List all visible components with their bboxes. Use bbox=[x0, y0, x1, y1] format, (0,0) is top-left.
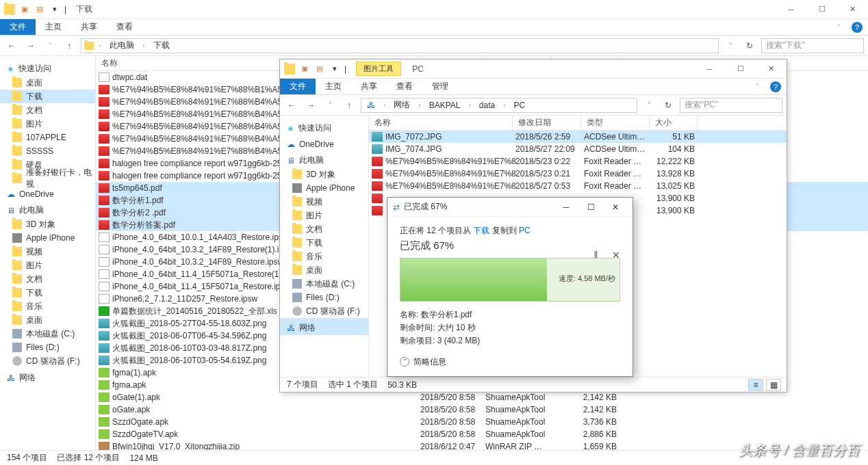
search-input[interactable]: 搜索"PC" bbox=[680, 98, 782, 113]
addr-dropdown[interactable]: ˅ bbox=[641, 98, 656, 113]
close-button[interactable]: ✕ bbox=[837, 0, 868, 19]
qat-properties-icon[interactable]: ▣ bbox=[299, 64, 310, 75]
nav-desktop2[interactable]: 桌面 bbox=[0, 313, 95, 327]
nav-files[interactable]: Files (D:) bbox=[0, 341, 95, 354]
nav-sssss[interactable]: SSSSS bbox=[0, 144, 95, 158]
crumb-pc[interactable]: 此电脑 bbox=[107, 40, 137, 51]
nav-3d[interactable]: 3D 对象 bbox=[280, 168, 368, 181]
close-button[interactable]: ✕ bbox=[756, 59, 787, 79]
ribbon-tab-view[interactable]: 查看 bbox=[107, 19, 142, 35]
nav-pictures[interactable]: 图片 bbox=[0, 117, 95, 131]
ribbon-tab-share[interactable]: 共享 bbox=[351, 79, 387, 94]
nav-up-button[interactable]: ↑ bbox=[342, 98, 357, 113]
nav-music[interactable]: 音乐 bbox=[0, 300, 95, 313]
file-row[interactable]: SzzdOgateTV.apk2018/5/20 8:58ShuameApkTo… bbox=[96, 428, 868, 440]
fewer-details-toggle[interactable]: ˄ 简略信息 bbox=[400, 356, 620, 368]
search-input[interactable]: 搜索"下载" bbox=[761, 38, 864, 53]
maximize-button[interactable]: ☐ bbox=[806, 0, 837, 19]
nav-downloads[interactable]: 下载 bbox=[280, 236, 368, 250]
copy-dest-link[interactable]: PC bbox=[519, 226, 531, 235]
ribbon-tab-view[interactable]: 查看 bbox=[387, 79, 422, 94]
crumb-downloads[interactable]: 下载 bbox=[151, 40, 173, 51]
nav-3d[interactable]: 3D 对象 bbox=[0, 217, 95, 231]
nav-downloads[interactable]: 下载 bbox=[0, 90, 95, 103]
contextual-tab-picture-tools[interactable]: 图片工具 bbox=[356, 62, 401, 76]
file-row[interactable]: IMG_7074.JPG2018/5/27 22:09ACDSee Ultima… bbox=[369, 143, 787, 155]
minimize-button[interactable]: ─ bbox=[694, 59, 725, 79]
nav-quick-access[interactable]: ★快速访问 bbox=[0, 59, 95, 76]
nav-pics2[interactable]: 图片 bbox=[0, 258, 95, 272]
nav-forward-button[interactable]: → bbox=[23, 38, 38, 53]
help-icon[interactable]: ? bbox=[770, 81, 781, 92]
file-row[interactable]: IMG_7072.JPG2018/5/26 2:59ACDSee Ultimat… bbox=[369, 131, 787, 143]
nav-back-button[interactable]: ← bbox=[4, 38, 19, 53]
qat-new-icon[interactable]: ▤ bbox=[34, 4, 45, 15]
nav-up-button[interactable]: ↑ bbox=[62, 38, 77, 53]
addr-dropdown[interactable]: ˅ bbox=[723, 38, 738, 53]
qat-dropdown[interactable]: ▾ bbox=[49, 4, 60, 15]
nav-video[interactable]: 视频 bbox=[0, 245, 95, 258]
maximize-button[interactable]: ☐ bbox=[725, 59, 756, 79]
help-icon[interactable]: ? bbox=[852, 22, 863, 33]
nav-this-pc[interactable]: 🖥此电脑 bbox=[280, 150, 368, 168]
nav-pictures[interactable]: 图片 bbox=[280, 209, 368, 222]
nav-history-button[interactable]: ˅ bbox=[42, 38, 58, 53]
qat-properties-icon[interactable]: ▣ bbox=[19, 4, 30, 15]
nav-documents[interactable]: 文档 bbox=[280, 222, 368, 236]
nav-bank[interactable]: 准备好银行卡，电视 bbox=[0, 172, 95, 185]
refresh-button[interactable]: ↻ bbox=[742, 38, 757, 53]
crumb-network[interactable]: 网络 bbox=[391, 99, 413, 111]
nav-cdrive[interactable]: 本地磁盘 (C:) bbox=[0, 327, 95, 341]
file-row[interactable]: oGate.apk2018/5/20 8:58ShuameApkTool2,14… bbox=[96, 403, 868, 416]
ribbon-tab-home[interactable]: 主页 bbox=[316, 79, 351, 94]
nav-107apple[interactable]: 107APPLE bbox=[0, 131, 95, 144]
crumb-pc[interactable]: PC bbox=[511, 101, 528, 110]
nav-back-button[interactable]: ← bbox=[284, 98, 299, 113]
breadcrumb[interactable]: 🖧 › 网络› BAKPAL› data› PC bbox=[361, 98, 637, 113]
crumb-data[interactable]: data bbox=[476, 101, 498, 110]
qat-dropdown[interactable]: ▾ bbox=[329, 64, 340, 75]
nav-downloads2[interactable]: 下载 bbox=[0, 286, 95, 300]
nav-desktop[interactable]: 桌面 bbox=[280, 263, 368, 277]
col-size[interactable]: 大小 bbox=[650, 116, 698, 130]
ribbon-expand-icon[interactable]: ˅ bbox=[756, 83, 759, 90]
file-row[interactable]: oGate(1).apk2018/5/20 8:58ShuameApkTool2… bbox=[96, 391, 868, 403]
nav-cd[interactable]: CD 驱动器 (F:) bbox=[0, 354, 95, 368]
file-row[interactable]: %E7%94%B5%E8%84%91%E7%88%B4%...2018/5/23… bbox=[369, 168, 787, 180]
qat-new-icon[interactable]: ▤ bbox=[314, 64, 325, 75]
ribbon-tab-file[interactable]: 文件 bbox=[280, 79, 316, 94]
ribbon-tab-file[interactable]: 文件 bbox=[0, 19, 36, 35]
maximize-button[interactable]: ☐ bbox=[579, 200, 602, 215]
nav-onedrive[interactable]: ☁OneDrive bbox=[280, 135, 368, 150]
nav-history-button[interactable]: ˅ bbox=[322, 98, 337, 113]
refresh-button[interactable]: ↻ bbox=[661, 98, 676, 113]
file-row[interactable]: %E7%94%B5%E8%84%91%E7%88%B4%...2018/5/27… bbox=[369, 180, 787, 192]
crumb-bakpal[interactable]: BAKPAL bbox=[426, 101, 463, 110]
nav-files[interactable]: Files (D:) bbox=[280, 291, 368, 304]
breadcrumb[interactable]: › 此电脑 › 下载 bbox=[81, 38, 719, 53]
nav-cdrive[interactable]: 本地磁盘 (C:) bbox=[280, 277, 368, 291]
minimize-button[interactable]: ─ bbox=[776, 0, 806, 19]
minimize-button[interactable]: ─ bbox=[554, 200, 578, 215]
ribbon-tab-home[interactable]: 主页 bbox=[36, 19, 71, 35]
nav-this-pc[interactable]: 🖥此电脑 bbox=[0, 200, 95, 217]
nav-docs2[interactable]: 文档 bbox=[0, 272, 95, 286]
nav-iphone[interactable]: Apple iPhone bbox=[0, 231, 95, 245]
nav-quick-access[interactable]: ★快速访问 bbox=[280, 118, 368, 135]
ribbon-expand-icon[interactable]: ˅ bbox=[837, 23, 841, 31]
nav-network[interactable]: 🖧网络 bbox=[0, 368, 95, 385]
nav-iphone[interactable]: Apple iPhone bbox=[280, 181, 368, 195]
copy-source-link[interactable]: 下载 bbox=[473, 226, 489, 235]
file-row[interactable]: SzzdOgate.apk2018/5/20 8:58ShuameApkTool… bbox=[96, 416, 868, 428]
nav-cd[interactable]: CD 驱动器 (F:) bbox=[280, 304, 368, 318]
col-date[interactable]: 修改日期 bbox=[513, 116, 581, 130]
col-name[interactable]: 名称 bbox=[369, 116, 513, 130]
ribbon-tab-manage[interactable]: 管理 bbox=[422, 79, 458, 94]
close-button[interactable]: ✕ bbox=[604, 200, 627, 215]
view-icons-button[interactable]: ▦ bbox=[766, 379, 781, 391]
nav-desktop[interactable]: 桌面 bbox=[0, 76, 95, 90]
nav-music[interactable]: 音乐 bbox=[280, 250, 368, 263]
nav-forward-button[interactable]: → bbox=[303, 98, 318, 113]
col-type[interactable]: 类型 bbox=[581, 116, 650, 130]
file-row[interactable]: %E7%94%B5%E8%84%91%E7%88%B4%...2018/5/23… bbox=[369, 155, 787, 168]
